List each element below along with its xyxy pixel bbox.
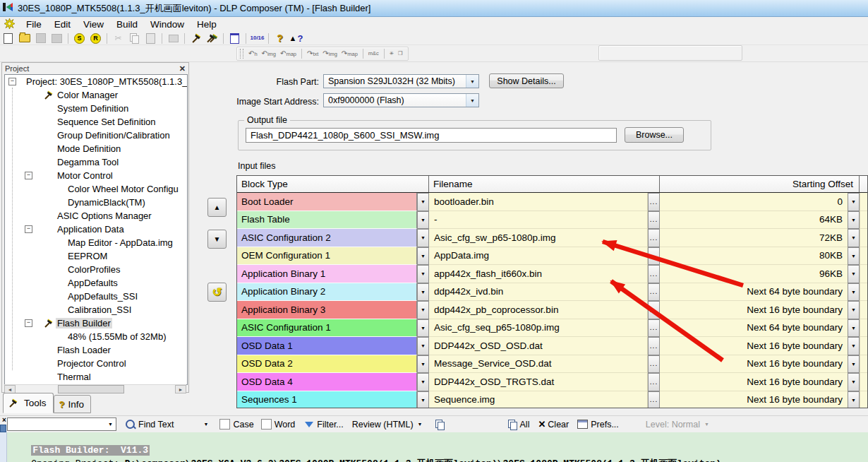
paste-icon[interactable] <box>143 32 158 45</box>
find-dropdown-icon[interactable]: ▼ <box>204 422 209 427</box>
flash-toolbar-mc-icon[interactable]: m&c <box>368 51 379 57</box>
output-file-input[interactable]: Flash_DDP4421_1080p_S600_SSI_MSW.img <box>246 128 617 143</box>
case-checkbox[interactable] <box>219 419 230 430</box>
context-help-icon[interactable]: ▲? <box>289 32 303 45</box>
block-type-dropdown-icon[interactable]: ▼ <box>417 283 429 302</box>
block-type-dropdown-icon[interactable]: ▼ <box>417 337 429 355</box>
report-document-icon[interactable] <box>227 32 242 45</box>
sequence-badge-icon[interactable]: S <box>72 32 87 45</box>
browse-ellipsis-button[interactable]: ... <box>648 283 660 302</box>
starting-offset-cell[interactable]: 80KB <box>660 247 848 266</box>
tree-item[interactable]: AppDefaults_SSI <box>5 290 187 303</box>
offset-dropdown-icon[interactable]: ▼ <box>848 301 860 319</box>
browse-ellipsis-button[interactable]: ... <box>648 229 660 247</box>
tree-item[interactable]: System Definition <box>5 102 187 115</box>
tree-item[interactable]: Degamma Tool <box>5 155 187 169</box>
block-type-cell[interactable]: Sequences 1 <box>237 391 417 409</box>
tree-item[interactable]: AppDefaults <box>5 276 187 290</box>
filename-cell[interactable]: Sequence.img <box>429 391 648 409</box>
flash-toolbar-img-icon[interactable]: ↷img <box>323 50 337 57</box>
starting-offset-cell[interactable]: Next 16 byte boundary <box>660 337 848 355</box>
filename-cell[interactable]: app442x_flash_it660x.bin <box>429 265 648 283</box>
tab-info[interactable]: ? Info <box>54 395 91 413</box>
tree-item[interactable]: DynamicBlack(TM) <box>5 196 187 209</box>
tree-item[interactable]: EEPROM <box>5 249 187 263</box>
filename-cell[interactable]: - <box>429 211 648 230</box>
browse-ellipsis-button[interactable]: ... <box>648 355 660 374</box>
save-icon[interactable] <box>33 32 48 45</box>
clear-label[interactable]: Clear <box>548 420 569 430</box>
project-panel-close-icon[interactable]: ✕ <box>179 65 186 72</box>
tree-item[interactable]: −Application Data <box>5 223 187 236</box>
show-details-button[interactable]: Show Details... <box>489 73 564 88</box>
offset-dropdown-icon[interactable]: ▼ <box>848 265 860 283</box>
flash-toolbar--icon[interactable]: ✳ <box>390 51 394 57</box>
prefs-icon[interactable] <box>577 420 588 429</box>
tree-item[interactable]: Map Editor - AppData.img <box>5 236 187 249</box>
flash-toolbar--icon[interactable]: ❒ <box>398 51 403 57</box>
browse-ellipsis-button[interactable]: ... <box>648 301 660 319</box>
block-type-dropdown-icon[interactable]: ▼ <box>417 355 429 374</box>
block-type-cell[interactable]: Application Binary 1 <box>237 265 417 283</box>
output-close-icon[interactable]: × <box>2 416 6 424</box>
offset-dropdown-icon[interactable]: ▼ <box>848 283 860 302</box>
menu-item-help[interactable]: Help <box>191 18 223 31</box>
filename-cell[interactable]: ddp442x_pb_coprocessor.bin <box>429 301 648 319</box>
menu-item-edit[interactable]: Edit <box>48 18 77 31</box>
browse-ellipsis-button[interactable]: ... <box>648 337 660 355</box>
tree-item[interactable]: ASIC Options Manager <box>5 209 187 223</box>
browse-ellipsis-button[interactable]: ... <box>648 319 660 338</box>
filename-cell[interactable]: Asic_cfg_sw_p65-1080p.img <box>429 229 648 247</box>
tree-item[interactable]: Calibration_SSI <box>5 303 187 316</box>
starting-offset-cell[interactable]: Next 64 byte boundary <box>660 283 848 302</box>
move-down-button[interactable]: ▼ <box>207 230 227 249</box>
offset-dropdown-icon[interactable]: ▼ <box>848 247 860 266</box>
offset-dropdown-icon[interactable]: ▼ <box>848 229 860 247</box>
toolbar-grip[interactable] <box>240 49 243 59</box>
block-type-cell[interactable]: ASIC Configuration 2 <box>237 229 417 247</box>
starting-offset-cell[interactable]: Next 16 byte boundary <box>660 391 848 409</box>
tree-item[interactable]: Flash Loader <box>5 343 187 357</box>
block-type-cell[interactable]: OSD Data 2 <box>237 355 417 374</box>
offset-dropdown-icon[interactable]: ▼ <box>848 211 860 230</box>
tree-item[interactable]: Mode Definition <box>5 142 187 155</box>
image-start-address-combo[interactable]: 0xf9000000 (Flash) ▼ <box>323 93 479 107</box>
block-type-cell[interactable]: Application Binary 3 <box>237 301 417 319</box>
starting-offset-cell[interactable]: 96KB <box>660 265 848 283</box>
tree-item[interactable]: ColorProfiles <box>5 263 187 276</box>
block-type-dropdown-icon[interactable]: ▼ <box>417 391 429 409</box>
cut-icon[interactable]: ✂ <box>111 32 126 45</box>
filename-cell[interactable]: bootloader.bin <box>429 193 648 211</box>
filename-cell[interactable]: ddp442x_ivd.bin <box>429 283 648 302</box>
find-text-combo[interactable]: ▼ <box>7 417 116 431</box>
move-up-button[interactable]: ▲ <box>207 198 227 217</box>
offset-dropdown-icon[interactable]: ▼ <box>848 337 860 355</box>
tree-item[interactable]: −Motor Control <box>5 169 187 182</box>
find-text-button[interactable]: Find Text <box>138 420 174 430</box>
menu-item-view[interactable]: View <box>77 18 110 31</box>
menu-item-window[interactable]: Window <box>144 18 191 31</box>
starting-offset-cell[interactable]: 0 <box>660 193 848 211</box>
block-type-dropdown-icon[interactable]: ▼ <box>417 301 429 319</box>
browse-ellipsis-button[interactable]: ... <box>648 247 660 266</box>
level-dropdown-icon[interactable]: ▼ <box>704 422 709 427</box>
starting-offset-cell[interactable]: Next 16 byte boundary <box>660 373 848 391</box>
flash-toolbar-map-icon[interactable]: ↷map <box>342 50 358 57</box>
chevron-down-icon[interactable]: ▼ <box>105 422 116 427</box>
tree-item[interactable]: −Flash Builder <box>5 316 187 330</box>
block-type-cell[interactable]: OEM Configuration 1 <box>237 247 417 266</box>
filename-cell[interactable]: Asic_cfg_seq_p65-1080p.img <box>429 319 648 338</box>
block-type-cell[interactable]: Flash Table <box>237 211 417 230</box>
tree-item[interactable]: Sequence Set Definition <box>5 115 187 129</box>
offset-dropdown-icon[interactable]: ▼ <box>848 391 860 409</box>
block-type-dropdown-icon[interactable]: ▼ <box>417 229 429 247</box>
tree-expander-minus[interactable]: − <box>25 319 32 327</box>
tree-item[interactable]: −Project: 30ES_1080P_MTK5508(1.1.3_ <box>5 75 187 88</box>
open-folder-icon[interactable] <box>17 32 32 45</box>
tree-expander-minus[interactable]: − <box>8 78 16 85</box>
tree-item[interactable]: Color Wheel Motor Configu <box>5 182 187 196</box>
block-type-cell[interactable]: Boot Loader <box>237 193 417 211</box>
filter-button[interactable]: Filter... <box>317 420 344 430</box>
copy-all-icon[interactable] <box>508 420 517 430</box>
offset-dropdown-icon[interactable]: ▼ <box>848 193 860 211</box>
